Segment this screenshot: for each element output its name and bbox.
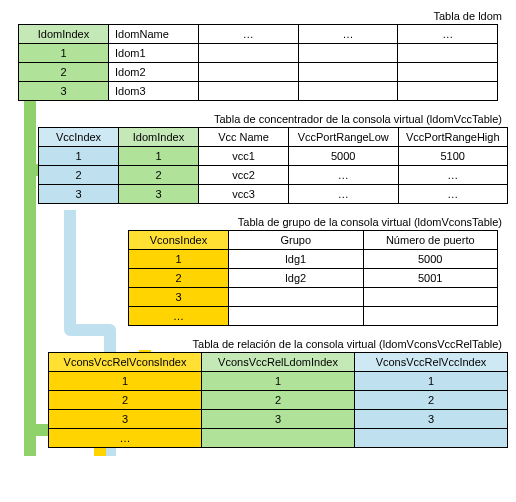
col-vcons-index: VconsIndex bbox=[129, 231, 229, 250]
vcons-table: VconsIndex Grupo Número de puerto 1 ldg1… bbox=[128, 230, 498, 326]
col-group: Grupo bbox=[229, 231, 364, 250]
col-ellipsis: … bbox=[398, 25, 498, 44]
col-port-low: VccPortRangeLow bbox=[289, 128, 399, 147]
rel-table-title: Tabla de relación de la consola virtual … bbox=[8, 338, 502, 350]
ldom-table-title: Tabla de ldom bbox=[8, 10, 502, 22]
ldom-table: IdomIndex IdomName … … … 1 Idom1 2 Idom2… bbox=[18, 24, 498, 101]
table-header-row: VccIndex IdomIndex Vcc Name VccPortRange… bbox=[39, 128, 508, 147]
col-ldom-index: IdomIndex bbox=[119, 128, 199, 147]
table-row: 2 2 vcc2 … … bbox=[39, 166, 508, 185]
col-rel-vcons: VconsVccRelVconsIndex bbox=[49, 353, 202, 372]
table-row: 2 Idom2 bbox=[19, 63, 498, 82]
rel-table: VconsVccRelVconsIndex VconsVccRelLdomInd… bbox=[48, 352, 508, 448]
col-ellipsis: … bbox=[298, 25, 398, 44]
table-row: 3 bbox=[129, 288, 498, 307]
vcc-table: VccIndex IdomIndex Vcc Name VccPortRange… bbox=[38, 127, 508, 204]
col-ldom-index: IdomIndex bbox=[19, 25, 109, 44]
table-row: 1 ldg1 5000 bbox=[129, 250, 498, 269]
table-header-row: VconsIndex Grupo Número de puerto bbox=[129, 231, 498, 250]
table-row: 1 Idom1 bbox=[19, 44, 498, 63]
table-row: 3 3 3 bbox=[49, 410, 508, 429]
col-ellipsis: … bbox=[199, 25, 299, 44]
table-row: 2 2 2 bbox=[49, 391, 508, 410]
table-row: … bbox=[49, 429, 508, 448]
col-port-high: VccPortRangeHigh bbox=[398, 128, 508, 147]
vcons-table-title: Tabla de grupo de la consola virtual (ld… bbox=[8, 216, 502, 228]
table-header-row: IdomIndex IdomName … … … bbox=[19, 25, 498, 44]
table-row: … bbox=[129, 307, 498, 326]
table-row: 3 Idom3 bbox=[19, 82, 498, 101]
col-port: Número de puerto bbox=[363, 231, 498, 250]
table-header-row: VconsVccRelVconsIndex VconsVccRelLdomInd… bbox=[49, 353, 508, 372]
table-row: 1 1 vcc1 5000 5100 bbox=[39, 147, 508, 166]
col-vcc-index: VccIndex bbox=[39, 128, 119, 147]
col-rel-ldom: VconsVccRelLdomIndex bbox=[202, 353, 355, 372]
table-row: 3 3 vcc3 … … bbox=[39, 185, 508, 204]
table-row: 1 1 1 bbox=[49, 372, 508, 391]
vcc-table-title: Tabla de concentrador de la consola virt… bbox=[8, 113, 502, 125]
table-row: 2 ldg2 5001 bbox=[129, 269, 498, 288]
col-vcc-name: Vcc Name bbox=[199, 128, 289, 147]
col-ldom-name: IdomName bbox=[109, 25, 199, 44]
col-rel-vcc: VconsVccRelVccIndex bbox=[355, 353, 508, 372]
